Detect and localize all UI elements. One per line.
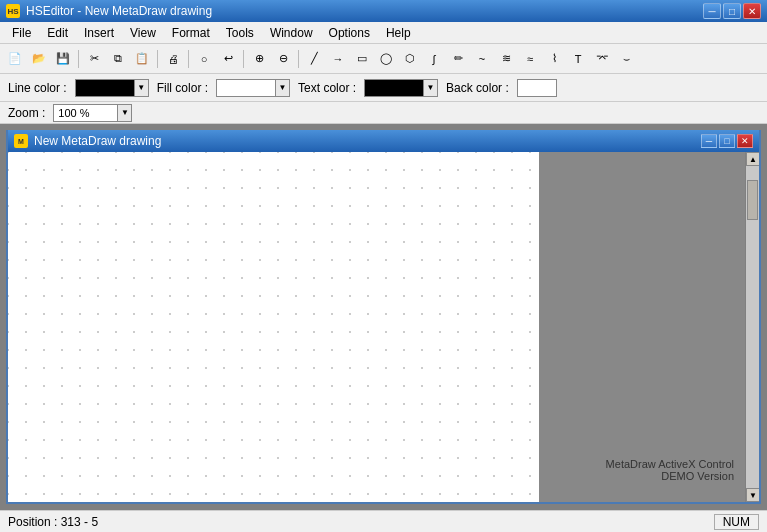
rect-toolbar-btn[interactable]: ▭ — [351, 48, 373, 70]
fill-color-dropdown[interactable]: ▼ — [276, 79, 290, 97]
zoom-out-toolbar-btn[interactable]: ⊖ — [272, 48, 294, 70]
toolbar: 📄📂💾✂⧉📋🖨○↩⊕⊖╱→▭◯⬡∫✏~≋≈⌇T⌤⌣ — [0, 44, 767, 74]
app-icon: HS — [6, 4, 20, 18]
line-color-picker[interactable]: ▼ — [75, 79, 149, 97]
text-toolbar-btn[interactable]: T — [567, 48, 589, 70]
color-bar: Line color : ▼ Fill color : ▼ Text color… — [0, 74, 767, 102]
tool2-toolbar-btn[interactable]: ↩ — [217, 48, 239, 70]
back-color-swatch — [517, 79, 557, 97]
inner-title-bar: M New MetaDraw drawing ─ □ ✕ — [8, 130, 759, 152]
dot-grid — [8, 152, 539, 502]
menu-item-format[interactable]: Format — [164, 22, 218, 43]
drawing-area[interactable] — [8, 152, 539, 502]
menu-item-view[interactable]: View — [122, 22, 164, 43]
curve-toolbar-btn[interactable]: ∫ — [423, 48, 445, 70]
window-controls: ─ □ ✕ — [703, 3, 761, 19]
maximize-button[interactable]: □ — [723, 3, 741, 19]
menu-item-edit[interactable]: Edit — [39, 22, 76, 43]
new-toolbar-btn[interactable]: 📄 — [4, 48, 26, 70]
spline-toolbar-btn[interactable]: ~ — [471, 48, 493, 70]
scrollbar-up-arrow[interactable]: ▲ — [746, 152, 759, 166]
toolbar-separator-3 — [243, 50, 244, 68]
fill-color-label: Fill color : — [157, 81, 208, 95]
toolbar-separator-0 — [78, 50, 79, 68]
num-lock-indicator: NUM — [714, 514, 759, 530]
text-color-dropdown[interactable]: ▼ — [424, 79, 438, 97]
demo-line1: MetaDraw ActiveX Control — [606, 458, 734, 470]
back-color-picker[interactable] — [517, 79, 557, 97]
status-bar: Position : 313 - 5 NUM — [0, 510, 767, 532]
menu-item-tools[interactable]: Tools — [218, 22, 262, 43]
back-color-label: Back color : — [446, 81, 509, 95]
menu-item-help[interactable]: Help — [378, 22, 419, 43]
fill-color-swatch — [216, 79, 276, 97]
menu-item-insert[interactable]: Insert — [76, 22, 122, 43]
zoom-label: Zoom : — [8, 106, 45, 120]
tool7-toolbar-btn[interactable]: ⌣ — [615, 48, 637, 70]
tool3-toolbar-btn[interactable]: ≋ — [495, 48, 517, 70]
fill-color-picker[interactable]: ▼ — [216, 79, 290, 97]
text-color-label: Text color : — [298, 81, 356, 95]
minimize-button[interactable]: ─ — [703, 3, 721, 19]
save-toolbar-btn[interactable]: 💾 — [52, 48, 74, 70]
toolbar-separator-4 — [298, 50, 299, 68]
menu-bar: FileEditInsertViewFormatToolsWindowOptio… — [0, 22, 767, 44]
text-color-picker[interactable]: ▼ — [364, 79, 438, 97]
text-color-swatch — [364, 79, 424, 97]
toolbar-separator-1 — [157, 50, 158, 68]
demo-line2: DEMO Version — [606, 470, 734, 482]
print-toolbar-btn[interactable]: 🖨 — [162, 48, 184, 70]
inner-window-title: New MetaDraw drawing — [34, 134, 161, 148]
freehand-toolbar-btn[interactable]: ✏ — [447, 48, 469, 70]
scrollbar-thumb[interactable] — [747, 180, 758, 220]
inner-window: M New MetaDraw drawing ─ □ ✕ MetaDraw Ac… — [6, 130, 761, 504]
scrollbar-track[interactable] — [746, 166, 759, 488]
line-toolbar-btn[interactable]: ╱ — [303, 48, 325, 70]
tool5-toolbar-btn[interactable]: ⌇ — [543, 48, 565, 70]
tool1-toolbar-btn[interactable]: ○ — [193, 48, 215, 70]
zoom-dropdown[interactable]: ▼ — [118, 104, 132, 122]
app-title: HSEditor - New MetaDraw drawing — [26, 4, 212, 18]
inner-minimize-button[interactable]: ─ — [701, 134, 717, 148]
right-panel: MetaDraw ActiveX Control DEMO Version ▲ … — [539, 152, 759, 502]
zoom-value: 100 % — [53, 104, 118, 122]
zoom-bar: Zoom : 100 % ▼ — [0, 102, 767, 124]
main-area: M New MetaDraw drawing ─ □ ✕ MetaDraw Ac… — [0, 124, 767, 510]
vertical-scrollbar[interactable]: ▲ ▼ — [745, 152, 759, 502]
inner-maximize-button[interactable]: □ — [719, 134, 735, 148]
zoom-in-toolbar-btn[interactable]: ⊕ — [248, 48, 270, 70]
menu-item-window[interactable]: Window — [262, 22, 321, 43]
polygon-toolbar-btn[interactable]: ⬡ — [399, 48, 421, 70]
menu-item-file[interactable]: File — [4, 22, 39, 43]
tool4-toolbar-btn[interactable]: ≈ — [519, 48, 541, 70]
arrow-toolbar-btn[interactable]: → — [327, 48, 349, 70]
copy-toolbar-btn[interactable]: ⧉ — [107, 48, 129, 70]
line-color-label: Line color : — [8, 81, 67, 95]
toolbar-separator-2 — [188, 50, 189, 68]
open-toolbar-btn[interactable]: 📂 — [28, 48, 50, 70]
position-label: Position : 313 - 5 — [8, 515, 98, 529]
tool6-toolbar-btn[interactable]: ⌤ — [591, 48, 613, 70]
paste-toolbar-btn[interactable]: 📋 — [131, 48, 153, 70]
line-color-dropdown[interactable]: ▼ — [135, 79, 149, 97]
circle-toolbar-btn[interactable]: ◯ — [375, 48, 397, 70]
demo-text: MetaDraw ActiveX Control DEMO Version — [606, 458, 734, 482]
line-color-swatch — [75, 79, 135, 97]
inner-close-button[interactable]: ✕ — [737, 134, 753, 148]
inner-window-controls: ─ □ ✕ — [701, 134, 753, 148]
title-bar: HS HSEditor - New MetaDraw drawing ─ □ ✕ — [0, 0, 767, 22]
cut-toolbar-btn[interactable]: ✂ — [83, 48, 105, 70]
zoom-control[interactable]: 100 % ▼ — [53, 104, 132, 122]
close-button[interactable]: ✕ — [743, 3, 761, 19]
inner-window-icon: M — [14, 134, 28, 148]
menu-item-options[interactable]: Options — [321, 22, 378, 43]
scrollbar-down-arrow[interactable]: ▼ — [746, 488, 759, 502]
drawing-container: MetaDraw ActiveX Control DEMO Version ▲ … — [8, 152, 759, 502]
